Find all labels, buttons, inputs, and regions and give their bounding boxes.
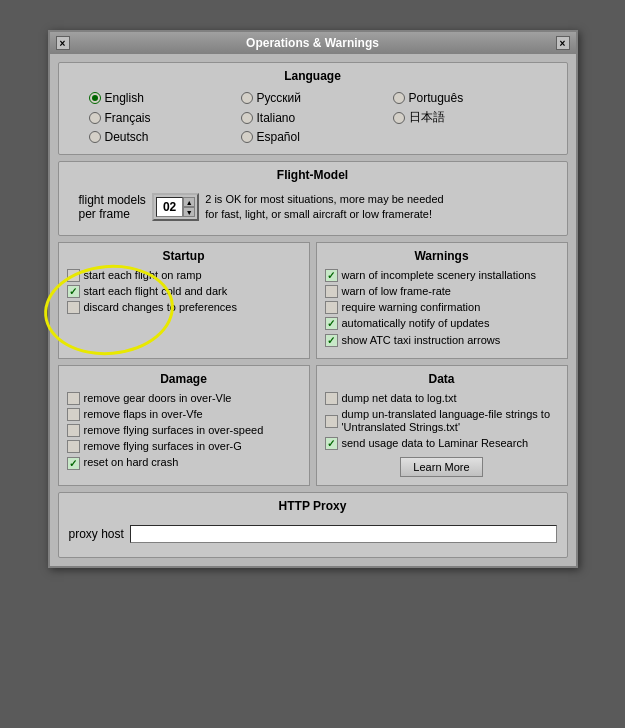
warnings-title: Warnings [325,249,559,263]
startup-item-2[interactable]: discard changes to preferences [67,301,301,314]
damage-item-4[interactable]: ✓ reset on hard crash [67,456,301,469]
flight-model-title: Flight-Model [69,168,557,182]
flight-model-section: Flight-Model flight modelsper frame 02 ▲… [58,161,568,236]
learn-more-wrap: Learn More [325,453,559,477]
http-proxy-title: HTTP Proxy [69,499,557,513]
lang-option-russian[interactable]: Русский [241,91,385,105]
learn-more-button[interactable]: Learn More [400,457,482,477]
startup-label-2: discard changes to preferences [84,301,237,314]
radio-italian[interactable] [241,112,253,124]
warning-item-2[interactable]: require warning confirmation [325,301,559,314]
language-section: Language English Русский Português Franç… [58,62,568,155]
checkbox-warning-3[interactable]: ✓ [325,317,338,330]
lang-option-japanese[interactable]: 日本語 [393,109,537,126]
radio-french[interactable] [89,112,101,124]
close-button-right[interactable]: × [556,36,570,50]
damage-label-2: remove flying surfaces in over-speed [84,424,264,437]
flight-models-label: flight modelsper frame [79,193,146,221]
damage-data-row: Damage remove gear doors in over-Vle rem… [58,365,568,487]
warning-item-3[interactable]: ✓ automatically notify of updates [325,317,559,330]
damage-title: Damage [67,372,301,386]
lang-option-italian[interactable]: Italiano [241,109,385,126]
spinner-up[interactable]: ▲ [183,197,195,207]
checkbox-damage-1[interactable] [67,408,80,421]
warning-item-0[interactable]: ✓ warn of incomplete scenery installatio… [325,269,559,282]
checkbox-damage-0[interactable] [67,392,80,405]
damage-item-2[interactable]: remove flying surfaces in over-speed [67,424,301,437]
http-proxy-section: HTTP Proxy proxy host [58,492,568,558]
radio-german[interactable] [89,131,101,143]
lang-label-english: English [105,91,144,105]
startup-item-1[interactable]: ✓ start each flight cold and dark [67,285,301,298]
lang-option-portuguese[interactable]: Português [393,91,537,105]
checkbox-data-2[interactable]: ✓ [325,437,338,450]
damage-label-3: remove flying surfaces in over-G [84,440,242,453]
checkbox-warning-4[interactable]: ✓ [325,334,338,347]
data-label-0: dump net data to log.txt [342,392,457,405]
data-item-0[interactable]: dump net data to log.txt [325,392,559,405]
damage-item-3[interactable]: remove flying surfaces in over-G [67,440,301,453]
window-title: Operations & Warnings [246,36,379,50]
checkbox-warning-0[interactable]: ✓ [325,269,338,282]
radio-portuguese[interactable] [393,92,405,104]
spinner-down[interactable]: ▼ [183,207,195,217]
lang-label-spanish: Español [257,130,300,144]
checkbox-startup-0[interactable] [67,269,80,282]
radio-japanese[interactable] [393,112,405,124]
proxy-host-label: proxy host [69,527,124,541]
warning-label-0: warn of incomplete scenery installations [342,269,536,282]
radio-russian[interactable] [241,92,253,104]
spinner-arrows: ▲ ▼ [183,197,195,217]
proxy-row: proxy host [69,521,557,547]
lang-option-english[interactable]: English [89,91,233,105]
flight-model-row: flight modelsper frame 02 ▲ ▼ 2 is OK fo… [69,190,557,225]
data-item-2[interactable]: ✓ send usage data to Laminar Research [325,437,559,450]
warning-label-2: require warning confirmation [342,301,481,314]
window-content: Language English Русский Português Franç… [50,54,576,566]
lang-option-spanish[interactable]: Español [241,130,385,144]
data-label-2: send usage data to Laminar Research [342,437,529,450]
title-bar: × Operations & Warnings × [50,32,576,54]
damage-item-0[interactable]: remove gear doors in over-Vle [67,392,301,405]
data-item-1[interactable]: dump un-translated language-file strings… [325,408,559,434]
data-label-1: dump un-translated language-file strings… [342,408,559,434]
checkbox-damage-2[interactable] [67,424,80,437]
main-window: × Operations & Warnings × Language Engli… [48,30,578,568]
radio-english[interactable] [89,92,101,104]
language-grid: English Русский Português Français Itali… [69,91,557,144]
checkbox-warning-1[interactable] [325,285,338,298]
damage-label-0: remove gear doors in over-Vle [84,392,232,405]
warning-label-1: warn of low frame-rate [342,285,451,298]
startup-item-0[interactable]: start each flight on ramp [67,269,301,282]
data-section: Data dump net data to log.txt dump un-tr… [316,365,568,487]
checkbox-startup-2[interactable] [67,301,80,314]
radio-spanish[interactable] [241,131,253,143]
checkbox-startup-1[interactable]: ✓ [67,285,80,298]
proxy-host-input[interactable] [130,525,557,543]
checkbox-data-0[interactable] [325,392,338,405]
spinner-value: 02 [156,197,183,217]
checkbox-data-1[interactable] [325,415,338,428]
flight-model-description: 2 is OK for most situations, more may be… [205,192,443,223]
lang-label-german: Deutsch [105,130,149,144]
warning-item-4[interactable]: ✓ show ATC taxi instruction arrows [325,334,559,347]
lang-option-french[interactable]: Français [89,109,233,126]
startup-label-0: start each flight on ramp [84,269,202,282]
checkbox-warning-2[interactable] [325,301,338,314]
damage-label-4: reset on hard crash [84,456,179,469]
startup-warnings-row: Startup start each flight on ramp ✓ star… [58,242,568,359]
damage-item-1[interactable]: remove flaps in over-Vfe [67,408,301,421]
lang-option-german[interactable]: Deutsch [89,130,233,144]
lang-label-italian: Italiano [257,111,296,125]
warnings-section: Warnings ✓ warn of incomplete scenery in… [316,242,568,359]
checkbox-damage-4[interactable]: ✓ [67,457,80,470]
checkbox-damage-3[interactable] [67,440,80,453]
startup-title: Startup [67,249,301,263]
lang-label-japanese: 日本語 [409,109,445,126]
warning-item-1[interactable]: warn of low frame-rate [325,285,559,298]
language-title: Language [69,69,557,83]
damage-section: Damage remove gear doors in over-Vle rem… [58,365,310,487]
spinner-group: 02 ▲ ▼ [152,193,199,221]
close-button-left[interactable]: × [56,36,70,50]
startup-section: Startup start each flight on ramp ✓ star… [58,242,310,359]
